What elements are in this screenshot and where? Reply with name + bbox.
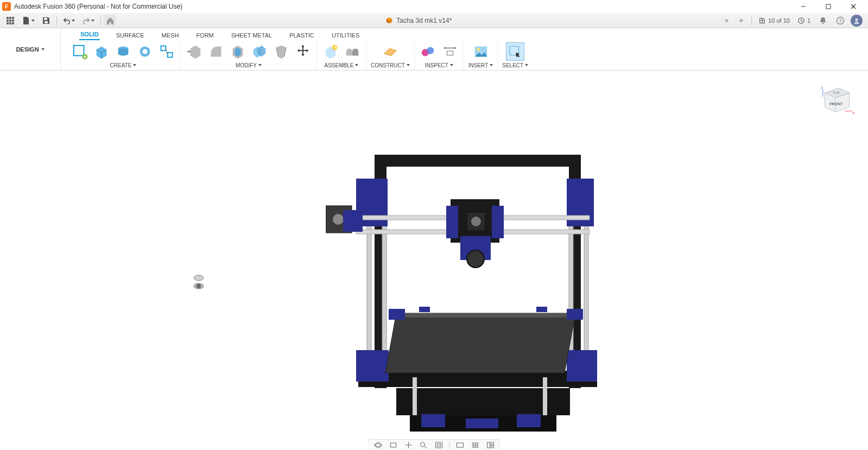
panel-create-label[interactable]: CREATE bbox=[110, 61, 137, 69]
tab-solid[interactable]: SOLID bbox=[79, 31, 100, 40]
quick-access-toolbar: Tacha 3d mk1 v14* × + 10 of 10 1 ? bbox=[0, 13, 868, 28]
viewport-layout-button[interactable] bbox=[485, 441, 495, 449]
zoom-button[interactable] bbox=[419, 441, 428, 449]
stray-component[interactable] bbox=[193, 274, 205, 290]
loft-button[interactable] bbox=[157, 42, 176, 61]
svg-rect-74 bbox=[421, 414, 445, 427]
new-tab-button[interactable]: + bbox=[736, 16, 747, 26]
select-button[interactable] bbox=[506, 42, 524, 61]
view-cube[interactable]: z x TOP FRONT bbox=[818, 83, 856, 121]
viewcube-front[interactable]: FRONT bbox=[829, 102, 843, 106]
svg-line-27 bbox=[166, 48, 168, 54]
tab-form[interactable]: FORM bbox=[195, 32, 214, 40]
svg-rect-76 bbox=[466, 419, 498, 428]
display-settings-button[interactable] bbox=[455, 441, 465, 449]
fit-button[interactable] bbox=[434, 441, 443, 449]
notifications-button[interactable] bbox=[816, 15, 830, 27]
recovery-status[interactable]: 10 of 10 bbox=[756, 17, 792, 24]
panel-inspect-label[interactable]: INSPECT bbox=[425, 61, 453, 69]
move-button[interactable] bbox=[294, 42, 312, 61]
svg-rect-20 bbox=[74, 45, 84, 55]
svg-rect-10 bbox=[7, 22, 9, 24]
revolve-button[interactable] bbox=[114, 42, 132, 61]
orbit-button[interactable] bbox=[373, 441, 383, 449]
close-button[interactable] bbox=[841, 0, 866, 13]
navigation-toolbar bbox=[368, 439, 500, 450]
tab-sheet-metal[interactable]: SHEET METAL bbox=[230, 32, 273, 40]
panel-select-label[interactable]: SELECT bbox=[502, 61, 528, 69]
svg-rect-26 bbox=[168, 52, 173, 57]
tab-utilities[interactable]: UTILITIES bbox=[331, 32, 360, 40]
svg-point-83 bbox=[420, 442, 425, 447]
redo-button[interactable] bbox=[80, 15, 97, 27]
model-view[interactable] bbox=[326, 155, 603, 437]
recovery-count: 10 of 10 bbox=[768, 17, 790, 24]
grid-settings-button[interactable] bbox=[470, 441, 480, 449]
new-component-button[interactable] bbox=[321, 42, 340, 61]
panel-insert: INSERT bbox=[464, 40, 498, 70]
svg-rect-13 bbox=[44, 18, 47, 20]
svg-rect-75 bbox=[517, 414, 541, 427]
save-button[interactable] bbox=[39, 15, 53, 27]
measure-button[interactable] bbox=[419, 42, 438, 61]
svg-rect-62 bbox=[446, 206, 458, 238]
viewcube-top[interactable]: TOP bbox=[833, 91, 839, 94]
shell-button[interactable] bbox=[229, 42, 247, 61]
svg-rect-71 bbox=[536, 307, 547, 312]
maximize-button[interactable] bbox=[816, 0, 841, 13]
job-status[interactable]: 1 bbox=[795, 17, 813, 24]
minimize-button[interactable] bbox=[791, 0, 816, 13]
joint-button[interactable] bbox=[343, 42, 362, 61]
extrude-button[interactable] bbox=[92, 42, 111, 61]
svg-rect-14 bbox=[45, 21, 48, 23]
app-icon: F bbox=[2, 2, 11, 11]
sketch-button[interactable] bbox=[71, 42, 89, 61]
svg-rect-12 bbox=[12, 22, 14, 24]
construct-plane-button[interactable] bbox=[381, 42, 400, 61]
svg-rect-7 bbox=[7, 20, 9, 22]
home-tab-button[interactable] bbox=[104, 15, 116, 27]
svg-text:?: ? bbox=[839, 18, 842, 23]
fillet-button[interactable] bbox=[207, 42, 225, 61]
user-avatar[interactable] bbox=[851, 15, 863, 27]
document-name: Tacha 3d mk1 v14* bbox=[396, 17, 452, 24]
svg-rect-89 bbox=[491, 442, 493, 445]
panel-assemble-label[interactable]: ASSEMBLE bbox=[325, 61, 359, 69]
combine-button[interactable] bbox=[250, 42, 269, 61]
document-icon bbox=[385, 17, 393, 24]
title-bar: F Autodesk Fusion 360 (Personal - Not fo… bbox=[0, 0, 868, 13]
look-at-button[interactable] bbox=[388, 441, 398, 449]
viewport[interactable]: z x TOP FRONT bbox=[0, 71, 868, 450]
tab-plastic[interactable]: PLASTIC bbox=[288, 32, 315, 40]
tab-mesh[interactable]: MESH bbox=[161, 32, 180, 40]
job-count: 1 bbox=[807, 17, 810, 24]
file-menu-button[interactable] bbox=[20, 15, 37, 27]
pan-button[interactable] bbox=[403, 441, 413, 449]
tab-surface[interactable]: SURFACE bbox=[115, 32, 145, 40]
svg-rect-1 bbox=[826, 4, 831, 9]
svg-rect-25 bbox=[161, 46, 166, 50]
panel-modify-label[interactable]: MODIFY bbox=[236, 61, 262, 69]
svg-point-77 bbox=[194, 275, 204, 281]
insert-button[interactable] bbox=[472, 42, 490, 61]
svg-rect-4 bbox=[7, 17, 9, 19]
ribbon-tabs: SOLID SURFACE MESH FORM SHEET METAL PLAS… bbox=[61, 28, 868, 40]
data-panel-button[interactable] bbox=[3, 15, 17, 27]
draft-button[interactable] bbox=[272, 42, 290, 61]
panel-insert-label[interactable]: INSERT bbox=[468, 61, 493, 69]
close-tab-button[interactable]: × bbox=[721, 16, 732, 25]
ribbon: DESIGN SOLID SURFACE MESH FORM SHEET MET… bbox=[0, 28, 868, 71]
document-tab[interactable]: Tacha 3d mk1 v14* bbox=[116, 17, 721, 24]
help-button[interactable]: ? bbox=[833, 15, 847, 27]
workspace-switcher[interactable]: DESIGN bbox=[0, 28, 61, 70]
undo-button[interactable] bbox=[60, 15, 78, 27]
panel-construct-label[interactable]: CONSTRUCT bbox=[371, 61, 410, 69]
app-title: Autodesk Fusion 360 (Personal - Not for … bbox=[14, 3, 182, 10]
svg-rect-69 bbox=[567, 309, 583, 320]
sweep-button[interactable] bbox=[136, 42, 154, 61]
dimension-button[interactable] bbox=[441, 42, 459, 61]
svg-rect-60 bbox=[343, 210, 363, 232]
svg-rect-9 bbox=[12, 20, 14, 22]
press-pull-button[interactable] bbox=[185, 42, 204, 61]
svg-rect-68 bbox=[389, 309, 405, 320]
